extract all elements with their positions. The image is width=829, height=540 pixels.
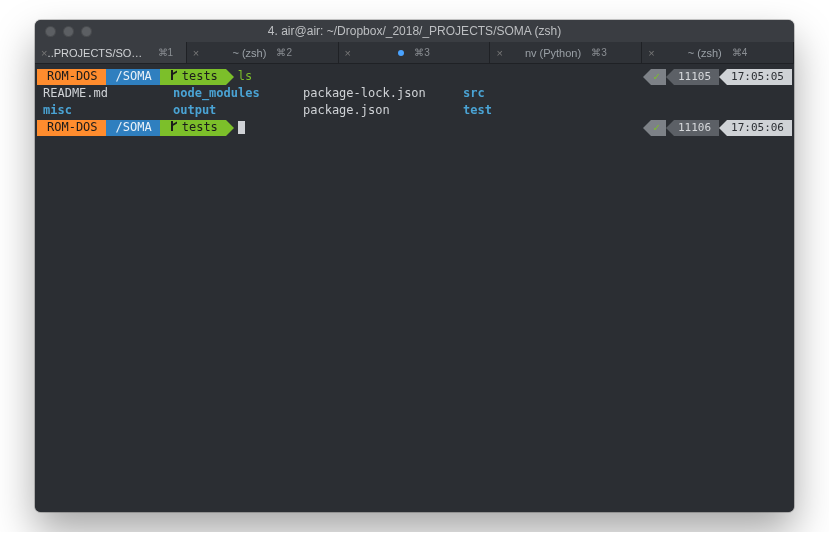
close-tab-icon[interactable]: × [648,47,654,59]
prompt-user-segment: ROM-DOS [37,69,106,85]
tab-shortcut: ⌘3 [591,47,607,58]
close-tab-icon[interactable]: × [193,47,199,59]
traffic-lights [35,26,92,37]
close-tab-icon[interactable]: × [345,47,351,59]
tab-3[interactable]: × ⌘3 [339,42,491,63]
tab-label: ~ (zsh) [232,47,266,59]
tab-bar: × ..PROJECTS/SOMA (… ⌘1 × ~ (zsh) ⌘2 × ⌘… [35,42,794,64]
terminal-window: 4. air@air: ~/Dropbox/_2018/_PROJECTS/SO… [35,20,794,512]
window-title: 4. air@air: ~/Dropbox/_2018/_PROJECTS/SO… [268,24,561,38]
tab-label: ..PROJECTS/SOMA (… [48,47,148,59]
tab-shortcut: ⌘2 [276,47,292,58]
close-icon[interactable] [45,26,56,37]
git-branch-icon [170,70,178,80]
cursor [238,121,245,134]
tab-4[interactable]: × nv (Python) ⌘3 [490,42,642,63]
prompt-user-segment: ROM-DOS [37,120,106,136]
dir-entry: misc [43,102,173,119]
dir-entry: node_modules [173,85,303,102]
titlebar[interactable]: 4. air@air: ~/Dropbox/_2018/_PROJECTS/SO… [35,20,794,42]
process-indicator-icon [398,50,404,56]
dir-entry: output [173,102,303,119]
prompt-git-segment: tests [160,120,226,136]
chevron-left-icon [666,69,674,85]
tab-shortcut: ⌘3 [414,47,430,58]
file-entry: package-lock.json [303,85,463,102]
file-entry: README.md [43,85,173,102]
tab-1[interactable]: × ..PROJECTS/SOMA (… ⌘1 [35,42,187,63]
tab-shortcut: ⌘4 [732,47,748,58]
prompt-git-segment: tests [160,69,226,85]
chevron-left-icon [643,120,651,136]
prompt-r-status: ✓ 11105 17:05:05 [643,69,792,85]
prompt-path-segment: /SOMA [106,69,160,85]
timestamp: 17:05:06 [727,120,792,136]
close-tab-icon[interactable]: × [496,47,502,59]
status-ok-icon: ✓ [651,69,666,85]
close-tab-icon[interactable]: × [41,47,47,59]
terminal-body[interactable]: ROM-DOS /SOMA tests ls ✓ 11105 17:05:05 … [35,64,794,512]
timestamp: 17:05:05 [727,69,792,85]
tab-label: nv (Python) [525,47,581,59]
prompt-row: ROM-DOS /SOMA tests ✓ 11106 17:05:06 [37,119,792,136]
chevron-left-icon [719,69,727,85]
prompt-path-segment: /SOMA [106,120,160,136]
tab-2[interactable]: × ~ (zsh) ⌘2 [187,42,339,63]
chevron-left-icon [666,120,674,136]
prompt-r-status: ✓ 11106 17:05:06 [643,120,792,136]
zoom-icon[interactable] [81,26,92,37]
chevron-left-icon [643,69,651,85]
history-number: 11106 [674,120,719,136]
history-number: 11105 [674,69,719,85]
tab-5[interactable]: × ~ (zsh) ⌘4 [642,42,794,63]
command-text: ls [238,68,252,85]
prompt-row: ROM-DOS /SOMA tests ls ✓ 11105 17:05:05 [37,68,792,85]
dir-entry: test [463,102,543,119]
tab-label: ~ (zsh) [688,47,722,59]
file-entry: package.json [303,102,463,119]
chevron-left-icon [719,120,727,136]
ls-output: README.md node_modules package-lock.json… [37,85,792,119]
git-branch-icon [170,121,178,131]
tab-shortcut: ⌘1 [158,47,174,58]
minimize-icon[interactable] [63,26,74,37]
status-ok-icon: ✓ [651,120,666,136]
dir-entry: src [463,85,543,102]
